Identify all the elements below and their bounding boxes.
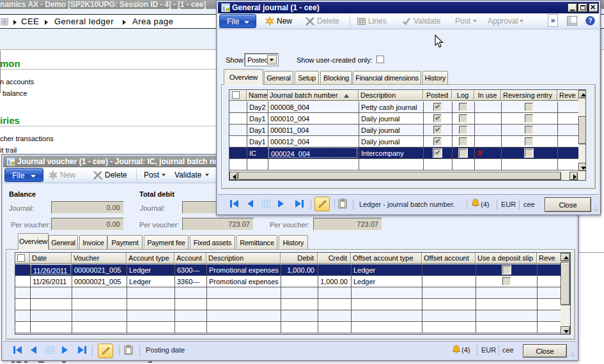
gj-row-5[interactable]: IC 000024_004 Intercompany ✘ [229, 148, 578, 159]
jv-currency[interactable]: EUR [481, 346, 496, 354]
jv-tab-remittance[interactable]: Remittance [236, 235, 277, 250]
layout-pane-icon[interactable] [567, 16, 577, 26]
clipboard-icon[interactable] [124, 345, 134, 355]
gj-row-4-log-checkbox[interactable] [459, 137, 467, 146]
jv-company[interactable]: cee [502, 346, 514, 354]
gj-select-all-checkbox[interactable] [232, 91, 240, 99]
menu-item-audit-trail[interactable]: it trail [0, 146, 17, 154]
grid-view-icon[interactable] [46, 346, 54, 354]
gj-scroll-down-button[interactable] [578, 163, 586, 171]
gj-col-batch[interactable]: Journal batch number [268, 90, 359, 101]
gj-row-2-batch[interactable]: 000010_004 [270, 113, 357, 124]
jv-col-deposit-slip[interactable]: Use a deposit slip [476, 253, 537, 264]
alerts-bell-icon[interactable] [452, 345, 461, 354]
gj-row-3-description[interactable]: Daily journal [361, 125, 422, 135]
balance-journal-field[interactable]: 0.00 [51, 201, 124, 214]
jv-close-button[interactable]: Close [523, 344, 567, 358]
jv-row-2-debit[interactable] [281, 276, 314, 287]
post-menu-button[interactable]: Post [144, 170, 159, 181]
jv-grid-vscrollbar[interactable] [561, 253, 570, 335]
jv-row-1-description[interactable]: Promotional expenses [209, 264, 279, 275]
jv-row-2-offset-account-type[interactable]: Ledger [353, 276, 421, 287]
new-icon[interactable] [49, 171, 58, 179]
jv-row-1-deposit-checkbox[interactable] [502, 266, 511, 274]
validate-menu-button[interactable]: Validate [174, 170, 201, 181]
gj-row-3-batch[interactable]: 000011_004 [270, 125, 357, 135]
jv-row-2[interactable]: 11/26/2011 00000021_005 Ledger 3360--- P… [15, 276, 561, 287]
breadcrumb-item-general-ledger[interactable]: General ledger [54, 15, 114, 28]
gj-row-3[interactable]: Day1 000011_004 Daily journal [229, 125, 578, 136]
new-icon[interactable] [265, 17, 274, 26]
jv-col-offset-account-type[interactable]: Offset account type [351, 253, 422, 264]
close-window-button[interactable]: ✕ [589, 3, 598, 12]
delete-button[interactable]: Delete [105, 170, 127, 181]
jv-row-1-offset-account-type[interactable]: Ledger [353, 264, 421, 275]
gj-company[interactable]: cee [523, 201, 535, 208]
gj-row-2-reversing-checkbox[interactable] [525, 114, 533, 123]
gj-scroll-up-button[interactable] [578, 90, 586, 98]
jv-col-account[interactable]: Account [174, 253, 206, 264]
gj-row-4-batch[interactable]: 000012_004 [270, 136, 357, 147]
edit-mode-button[interactable] [98, 344, 113, 358]
balance-per-voucher-field[interactable]: 0.00 [51, 218, 124, 231]
gj-col-in-use[interactable]: In use [474, 90, 501, 101]
validate-icon[interactable] [402, 17, 411, 26]
gj-row-1[interactable]: Day2 000008_004 Petty cash journal [229, 102, 578, 113]
show-filter-combobox[interactable]: Posted [245, 54, 278, 66]
jv-tab-invoice[interactable]: Invoice [79, 235, 107, 250]
gj-tab-financial-dimensions[interactable]: Financial dimensions [353, 71, 421, 85]
jv-row-1-date[interactable]: 11/26/2011 [31, 264, 71, 275]
jv-scroll-up-button[interactable] [561, 253, 570, 261]
delete-icon[interactable] [306, 17, 314, 26]
gj-row-3-reversing-checkbox[interactable] [525, 126, 533, 134]
minimize-button[interactable] [568, 3, 577, 12]
gj-row-5-description[interactable]: Intercompany [361, 148, 422, 158]
gj-tab-blocking[interactable]: Blocking [320, 71, 352, 85]
jv-alert-count[interactable]: (4) [461, 346, 470, 354]
jv-col-description[interactable]: Description [206, 253, 281, 264]
previous-record-button[interactable] [31, 346, 36, 354]
total-debit-per-voucher-field[interactable]: 723.07 [182, 218, 254, 231]
jv-row-2-account[interactable]: 3360--- [177, 276, 206, 287]
gj-row-4-reversing-checkbox[interactable] [525, 137, 533, 146]
jv-row-2-account-type[interactable]: Ledger [129, 276, 174, 287]
gj-row-2-log-checkbox[interactable] [459, 114, 467, 123]
gj-tab-general[interactable]: General [264, 71, 293, 85]
gj-tab-overview[interactable]: Overview [224, 69, 263, 85]
jv-col-date[interactable]: Date [30, 253, 72, 264]
breadcrumb-item-area-page[interactable]: Area page [132, 15, 174, 28]
gj-tab-setup[interactable]: Setup [295, 71, 319, 85]
gj-row-5-log-checkbox[interactable] [459, 149, 467, 157]
gj-col-select[interactable] [229, 90, 247, 101]
next-record-button[interactable] [278, 200, 284, 208]
jv-row-2-offset-account[interactable] [424, 276, 474, 287]
gj-row-5-name[interactable]: IC [249, 148, 267, 158]
gj-row-1-name[interactable]: Day2 [249, 102, 267, 112]
gj-row-2-name[interactable]: Day1 [249, 113, 267, 124]
gj-close-button[interactable]: Close [545, 197, 591, 212]
user-created-checkbox[interactable] [376, 56, 384, 63]
jv-row-1-credit[interactable] [318, 264, 348, 275]
file-menu-button[interactable]: File [219, 14, 256, 28]
gj-row-2-posted-checkbox[interactable] [433, 114, 442, 123]
jv-tab-payment[interactable]: Payment [107, 235, 143, 250]
jv-tab-fixed-assets[interactable]: Fixed assets [190, 235, 235, 250]
jv-row-2-deposit-checkbox[interactable] [502, 277, 511, 285]
gj-row-1-reversing-checkbox[interactable] [525, 103, 533, 111]
gj-row-3-posted-checkbox[interactable] [433, 126, 442, 134]
area-page-icon[interactable] [1, 18, 8, 26]
gj-row-4-name[interactable]: Day1 [249, 136, 267, 147]
toolbar-overflow-button[interactable]: » [548, 14, 558, 27]
gj-col-posted[interactable]: Posted [423, 90, 452, 101]
jv-col-offset-account[interactable]: Offset account [422, 253, 476, 264]
jv-row-1-voucher[interactable]: 00000021_005 [74, 264, 125, 275]
jv-tab-overview[interactable]: Overview [18, 233, 49, 250]
gj-row-1-description[interactable]: Petty cash journal [361, 102, 422, 112]
gj-scroll-thumb[interactable] [578, 116, 586, 144]
new-button[interactable]: New [277, 16, 292, 27]
gj-row-5-batch[interactable]: 000024_004 [268, 148, 357, 158]
jv-col-select[interactable] [15, 253, 30, 264]
total-credit-per-voucher-field[interactable]: 723.07 [313, 218, 382, 231]
jv-row-2-date[interactable]: 11/26/2011 [33, 276, 71, 287]
validate-button[interactable]: Validate [414, 16, 440, 27]
